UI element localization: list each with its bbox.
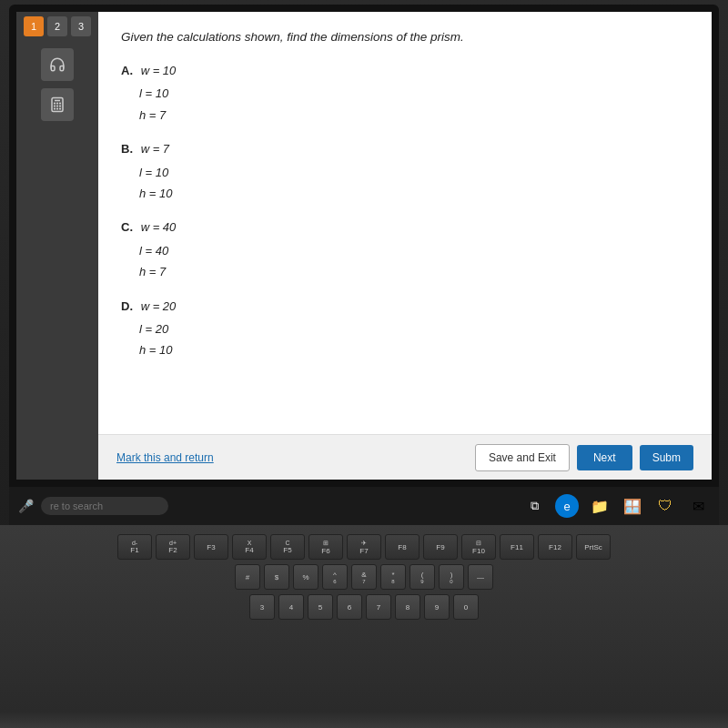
key-f12[interactable]: F12 [538, 534, 572, 560]
task-view-icon[interactable]: ⧉ [522, 494, 546, 518]
option-b[interactable]: B. w = 7 l = 10 h = 10 [121, 138, 689, 204]
option-b-label: B. w = 7 [121, 138, 689, 159]
key-4[interactable]: 4 [278, 594, 304, 620]
key-7[interactable]: 7 [366, 594, 391, 620]
keyboard-row-fn: d-F1 d+F2 F3 XF4 CF5 ⊞F6 ✈F7 F8 F9 ⊟F10 … [14, 534, 714, 560]
key-f4[interactable]: XF4 [232, 534, 267, 560]
key-ampersand[interactable]: &7 [351, 564, 377, 590]
folder-icon[interactable]: 📁 [588, 494, 612, 518]
key-8[interactable]: 8 [395, 594, 420, 620]
key-asterisk[interactable]: *8 [380, 564, 406, 590]
option-a-line3: h = 7 [139, 105, 689, 126]
key-percent[interactable]: % [293, 564, 318, 590]
key-lparen[interactable]: (9 [410, 564, 435, 590]
key-6[interactable]: 6 [337, 594, 362, 620]
option-c-line2: l = 40 [139, 240, 689, 261]
calculator-icon[interactable] [41, 88, 74, 121]
question-text: Given the calculations shown, find the d… [121, 30, 689, 44]
key-9[interactable]: 9 [424, 594, 450, 620]
key-f3[interactable]: F3 [194, 534, 228, 560]
option-d-label: D. w = 20 [121, 296, 689, 317]
laptop-chin [0, 712, 728, 728]
option-d[interactable]: D. w = 20 l = 20 h = 10 [121, 296, 689, 361]
keyboard: d-F1 d+F2 F3 XF4 CF5 ⊞F6 ✈F7 F8 F9 ⊟F10 … [0, 525, 728, 712]
key-hash[interactable]: # [235, 564, 260, 590]
key-caret[interactable]: ^6 [322, 564, 348, 590]
key-3[interactable]: 3 [249, 594, 275, 620]
tab-3[interactable]: 3 [71, 16, 91, 36]
question-area: Given the calculations shown, find the d… [98, 12, 712, 434]
option-a-line2: l = 10 [139, 83, 689, 104]
taskbar-icons: ⧉ e 📁 🪟 🛡 ✉ [522, 494, 710, 518]
key-f8[interactable]: F8 [385, 534, 420, 560]
mail-icon[interactable]: ✉ [686, 494, 710, 518]
antivirus-icon[interactable]: 🛡 [653, 494, 677, 518]
key-f11[interactable]: F11 [500, 534, 534, 560]
keyboard-row-nums: 3 4 5 6 7 8 9 0 [14, 594, 714, 620]
key-f7[interactable]: ✈F7 [347, 534, 381, 560]
save-exit-button[interactable]: Save and Exit [475, 444, 570, 471]
option-c-line1: w = 40 [141, 220, 177, 234]
windows-store-icon[interactable]: 🪟 [621, 494, 644, 518]
option-a-label: A. w = 10 [121, 60, 689, 81]
mic-icon: 🎤 [18, 499, 34, 513]
key-dash[interactable]: — [468, 564, 493, 590]
option-d-line3: h = 10 [139, 339, 689, 360]
main-content: Given the calculations shown, find the d… [98, 12, 712, 480]
option-a[interactable]: A. w = 10 l = 10 h = 7 [121, 60, 689, 126]
key-f6[interactable]: ⊞F6 [308, 534, 343, 560]
key-f5[interactable]: CF5 [270, 534, 305, 560]
key-5[interactable]: 5 [308, 594, 333, 620]
headphones-icon[interactable] [41, 48, 74, 81]
tab-1[interactable]: 1 [24, 16, 44, 36]
submit-button[interactable]: Subm [640, 445, 693, 470]
tab-numbers: 1 2 3 [24, 16, 91, 36]
option-b-line2: l = 10 [139, 162, 689, 183]
key-prtsc[interactable]: PrtSc [576, 534, 611, 560]
key-f1[interactable]: d-F1 [117, 534, 152, 560]
mark-return-link[interactable]: Mark this and return [116, 451, 214, 464]
sidebar: 1 2 3 [16, 12, 98, 480]
keyboard-row-symbols: # $ % ^6 &7 *8 (9 )0 — [14, 564, 714, 590]
bottom-buttons: Save and Exit Next Subm [475, 444, 693, 471]
search-input[interactable] [41, 497, 168, 515]
key-f10[interactable]: ⊟F10 [461, 534, 496, 560]
option-c-line3: h = 7 [139, 261, 689, 282]
option-d-line1: w = 20 [141, 299, 177, 313]
key-0[interactable]: 0 [453, 594, 479, 620]
option-b-line1: w = 7 [141, 142, 169, 156]
key-f2[interactable]: d+F2 [156, 534, 190, 560]
key-rparen[interactable]: )0 [439, 564, 464, 590]
edge-icon[interactable]: e [555, 494, 579, 518]
option-c-label: C. w = 40 [121, 217, 689, 238]
option-d-line2: l = 20 [139, 318, 689, 339]
taskbar: 🎤 ⧉ e 📁 🪟 🛡 ✉ [9, 487, 719, 525]
next-button[interactable]: Next [577, 445, 632, 470]
key-dollar[interactable]: $ [264, 564, 289, 590]
tab-2[interactable]: 2 [47, 16, 67, 36]
option-c[interactable]: C. w = 40 l = 40 h = 7 [121, 217, 689, 282]
bottom-bar: Mark this and return Save and Exit Next … [98, 434, 712, 480]
option-a-line1: w = 10 [141, 64, 177, 77]
option-b-line3: h = 10 [139, 183, 689, 204]
key-f9[interactable]: F9 [423, 534, 458, 560]
